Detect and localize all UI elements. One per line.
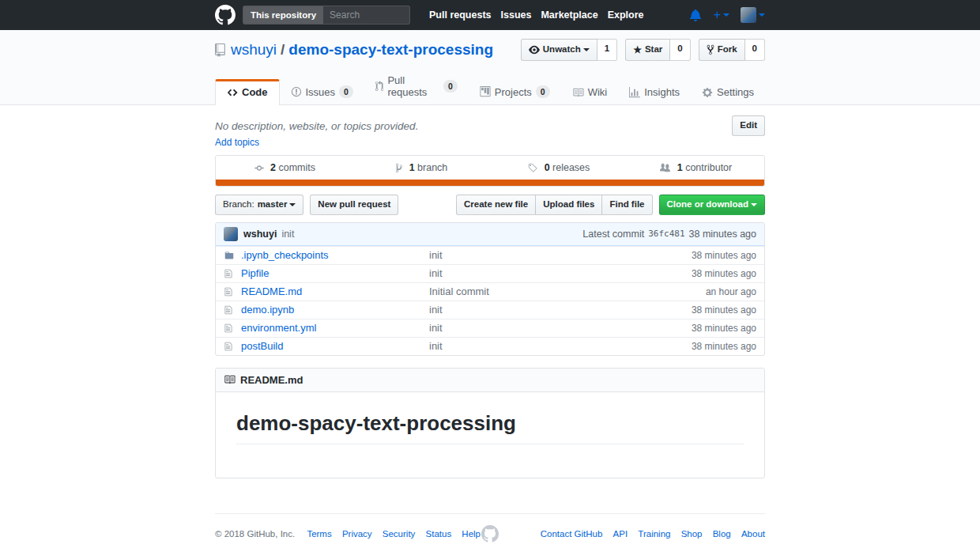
stat-label: releases [552, 162, 590, 173]
footer-link-contact[interactable]: Contact GitHub [541, 529, 603, 539]
file-link[interactable]: Pipfile [241, 267, 429, 279]
file-commit-message[interactable]: init [429, 322, 443, 334]
file-link[interactable]: postBuild [241, 340, 429, 352]
branch-select-button[interactable]: Branch: master [215, 195, 303, 215]
stat-value: 1 [409, 162, 415, 173]
gear-icon [702, 87, 713, 98]
graph-icon [629, 87, 640, 98]
nav-pull-requests[interactable]: Pull requests [429, 9, 492, 21]
nav-issues[interactable]: Issues [501, 9, 532, 21]
nav-explore[interactable]: Explore [608, 9, 644, 21]
star-label: Star [645, 45, 662, 55]
tab-wiki[interactable]: Wiki [561, 80, 619, 104]
github-logo-icon[interactable] [215, 5, 236, 25]
nav-marketplace[interactable]: Marketplace [541, 9, 597, 21]
releases-stat[interactable]: 0 releases [490, 162, 628, 173]
tab-insights[interactable]: Insights [618, 80, 691, 104]
commit-author-link[interactable]: wshuyi [243, 229, 277, 240]
readme-content: demo-spacy-text-processing [216, 392, 764, 478]
commit-author-avatar[interactable] [224, 227, 238, 241]
create-new-menu[interactable]: + [714, 8, 729, 22]
search-input[interactable] [323, 6, 409, 24]
git-branch-icon [395, 163, 403, 173]
clone-or-download-button[interactable]: Clone or download [659, 195, 766, 215]
tab-pull-requests[interactable]: Pull requests 0 [364, 68, 469, 104]
file-commit-message[interactable]: Initial commit [429, 285, 489, 297]
tab-label: Code [242, 86, 268, 98]
file-commit-message[interactable]: init [429, 249, 443, 261]
footer-link-privacy[interactable]: Privacy [342, 529, 372, 539]
repo-name-link[interactable]: demo-spacy-text-processing [288, 41, 493, 59]
file-icon [224, 323, 233, 333]
notifications-bell-icon[interactable] [690, 9, 702, 21]
watchers-count[interactable]: 1 [597, 39, 617, 61]
readme-header: README.md [216, 369, 764, 392]
commit-time: 38 minutes ago [689, 229, 756, 240]
star-icon: ★ [633, 45, 642, 55]
add-topics-link[interactable]: Add topics [215, 137, 259, 148]
user-menu[interactable] [741, 7, 765, 23]
github-mark-icon[interactable] [481, 525, 499, 543]
star-button[interactable]: ★ Star [625, 39, 670, 61]
footer-link-status[interactable]: Status [426, 529, 452, 539]
tab-settings[interactable]: Settings [691, 80, 765, 104]
unwatch-button[interactable]: Unwatch [521, 39, 597, 61]
tab-label: Pull requests [387, 74, 439, 98]
contributors-stat[interactable]: 1 contributor [628, 162, 765, 173]
file-commit-message[interactable]: init [429, 304, 443, 316]
forks-count[interactable]: 0 [745, 39, 765, 61]
edit-description-button[interactable]: Edit [732, 115, 765, 136]
readme-filename: README.md [240, 374, 303, 386]
language-bar[interactable] [216, 180, 764, 186]
readme-box: README.md demo-spacy-text-processing [215, 368, 765, 478]
footer-link-terms[interactable]: Terms [307, 529, 331, 539]
footer-link-api[interactable]: API [613, 529, 628, 539]
file-commit-message[interactable]: init [429, 267, 443, 279]
file-link[interactable]: demo.ipynb [241, 304, 429, 316]
commits-stat[interactable]: 2 commits [216, 162, 353, 173]
find-file-button[interactable]: Find file [601, 195, 652, 215]
commit-sha-link[interactable]: 36fc481 [648, 229, 684, 239]
new-pull-request-button[interactable]: New pull request [310, 195, 398, 215]
table-row: README.md Initial commit an hour ago [216, 282, 764, 301]
repo-owner-link[interactable]: wshuyi [231, 41, 277, 59]
file-age: 38 minutes ago [646, 304, 756, 316]
clone-label: Clone or download [667, 200, 749, 210]
footer-link-help[interactable]: Help [462, 529, 481, 539]
search-scope-label: This repository [243, 6, 323, 24]
git-pull-request-icon [375, 81, 383, 92]
eye-icon [529, 44, 540, 55]
stargazers-count[interactable]: 0 [670, 39, 690, 61]
copyright: © 2018 GitHub, Inc. [215, 529, 295, 539]
site-footer: © 2018 GitHub, Inc. Terms Privacy Securi… [0, 513, 980, 539]
footer-link-blog[interactable]: Blog [713, 529, 731, 539]
create-new-file-button[interactable]: Create new file [456, 195, 536, 215]
fork-label: Fork [718, 45, 737, 55]
file-link[interactable]: environment.yml [241, 322, 429, 334]
footer-link-shop[interactable]: Shop [681, 529, 703, 539]
fork-button[interactable]: Fork [699, 39, 745, 61]
tab-label: Wiki [588, 86, 608, 98]
branches-stat[interactable]: 1 branch [353, 162, 491, 173]
repo-summary-box: 2 commits 1 branch 0 releases 1 contribu… [215, 155, 765, 187]
plus-icon: + [714, 8, 721, 22]
avatar [741, 7, 756, 23]
tab-issues[interactable]: Issues 0 [280, 79, 364, 104]
table-row: environment.yml init 38 minutes ago [216, 319, 764, 337]
file-commit-message[interactable]: init [429, 340, 443, 352]
footer-link-security[interactable]: Security [383, 529, 416, 539]
upload-files-button[interactable]: Upload files [535, 195, 602, 215]
tab-code[interactable]: Code [215, 79, 280, 105]
tab-projects[interactable]: Projects 0 [469, 79, 561, 104]
file-link[interactable]: README.md [241, 285, 429, 297]
footer-link-about[interactable]: About [741, 529, 765, 539]
tab-label: Insights [644, 86, 680, 98]
tab-label: Issues [306, 86, 336, 98]
book-icon [224, 374, 236, 385]
project-icon [480, 86, 491, 97]
commit-message-link[interactable]: init [281, 229, 294, 240]
file-link[interactable]: .ipynb_checkpoints [241, 249, 429, 261]
tag-icon [527, 163, 538, 173]
footer-link-training[interactable]: Training [638, 529, 670, 539]
caret-down-icon [289, 203, 296, 206]
